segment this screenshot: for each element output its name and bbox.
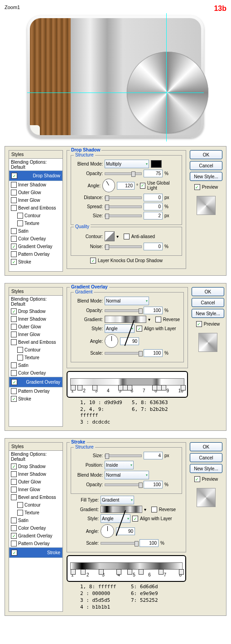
checkbox-icon[interactable] <box>17 355 23 361</box>
checkbox-icon[interactable] <box>11 244 17 249</box>
style-stroke[interactable]: Stroke <box>9 258 63 266</box>
size-input[interactable]: 2 <box>144 212 163 220</box>
style-texture[interactable]: Texture <box>9 509 63 517</box>
chevron-down-icon[interactable]: ▾ <box>144 507 146 512</box>
style-texture[interactable]: Texture <box>9 220 63 227</box>
preview-checkbox[interactable] <box>194 184 200 190</box>
cancel-button[interactable]: Cancel <box>190 453 222 462</box>
style-pattern-overlay[interactable]: Pattern Overlay <box>9 540 63 547</box>
checkbox-icon[interactable] <box>11 197 17 203</box>
checkbox-icon[interactable] <box>11 388 17 394</box>
checkbox-icon[interactable] <box>11 228 17 234</box>
style-color-overlay[interactable]: Color Overlay <box>9 369 63 377</box>
style-bevel[interactable]: Bevel and Emboss <box>9 204 63 212</box>
checkbox-icon[interactable] <box>17 510 23 516</box>
style-drop-shadow[interactable]: Drop Shadow <box>9 463 63 470</box>
checkbox-icon[interactable] <box>11 190 17 195</box>
spread-slider[interactable] <box>105 205 142 208</box>
opacity-input[interactable]: 100 <box>144 481 163 488</box>
checkbox-icon[interactable] <box>17 502 23 508</box>
angle-dial[interactable] <box>101 524 114 538</box>
reverse-checkbox[interactable] <box>151 507 157 512</box>
opacity-slider[interactable] <box>105 172 142 175</box>
color-stop[interactable] <box>139 569 144 575</box>
color-stop[interactable] <box>99 569 104 575</box>
angle-input[interactable]: 120 <box>117 182 135 190</box>
preview-checkbox[interactable] <box>196 321 202 327</box>
checkbox-icon[interactable] <box>11 316 17 322</box>
style-inner-glow[interactable]: Inner Glow <box>9 196 63 204</box>
style-texture[interactable]: Texture <box>9 354 63 361</box>
spread-input[interactable]: 0 <box>144 203 163 210</box>
style-inner-shadow[interactable]: Inner Shadow <box>9 181 63 189</box>
style-pattern-overlay[interactable]: Pattern Overlay <box>9 387 63 395</box>
checkbox-icon[interactable] <box>11 332 17 337</box>
style-gradient-overlay[interactable]: Gradient Overlay <box>9 532 63 540</box>
new-style-button[interactable]: New Style... <box>192 309 224 318</box>
size-slider[interactable] <box>105 454 142 457</box>
style-drop-shadow[interactable]: Drop Shadow <box>9 171 63 181</box>
antialias-checkbox[interactable] <box>124 234 130 239</box>
chevron-down-icon[interactable]: ▾ <box>148 317 150 322</box>
color-stop[interactable] <box>127 569 132 575</box>
style-gradient-overlay[interactable]: Gradient Overlay <box>9 243 63 250</box>
reverse-checkbox[interactable] <box>155 317 161 322</box>
checkbox-icon[interactable] <box>11 236 17 242</box>
blendmode-select[interactable]: Normal▾ <box>105 471 149 479</box>
filltype-select[interactable]: Gradient▾ <box>101 496 134 504</box>
checkbox-icon[interactable] <box>11 251 17 257</box>
style-stroke[interactable]: Stroke <box>9 547 63 558</box>
checkbox-icon[interactable] <box>11 494 17 500</box>
scale-input[interactable]: 100 <box>140 539 159 547</box>
contour-picker[interactable] <box>105 231 115 241</box>
checkbox-icon[interactable] <box>11 550 17 556</box>
checkbox-icon[interactable] <box>17 213 23 219</box>
color-stop[interactable] <box>179 569 184 575</box>
blending-options[interactable]: Blending Options: Default <box>9 159 63 171</box>
position-select[interactable]: Inside▾ <box>105 461 134 469</box>
checkbox-icon[interactable] <box>11 379 17 385</box>
ok-button[interactable]: OK <box>192 287 224 296</box>
checkbox-icon[interactable] <box>11 205 17 211</box>
checkbox-icon[interactable] <box>11 324 17 330</box>
size-input[interactable]: 4 <box>144 452 163 459</box>
distance-slider[interactable] <box>105 196 142 199</box>
scale-slider[interactable] <box>101 542 138 545</box>
style-contour[interactable]: Contour <box>9 346 63 354</box>
checkbox-icon[interactable] <box>11 370 17 376</box>
checkbox-icon[interactable] <box>11 525 17 531</box>
style-bevel[interactable]: Bevel and Emboss <box>9 338 63 346</box>
checkbox-icon[interactable] <box>11 517 17 523</box>
scale-input[interactable]: 100 <box>144 349 163 357</box>
checkbox-icon[interactable] <box>17 220 23 226</box>
ok-button[interactable]: OK <box>190 150 222 159</box>
opacity-slider[interactable] <box>105 309 142 312</box>
style-satin[interactable]: Satin <box>9 361 63 369</box>
style-outer-glow[interactable]: Outer Glow <box>9 189 63 196</box>
checkbox-icon[interactable] <box>11 479 17 485</box>
checkbox-icon[interactable] <box>11 541 17 546</box>
style-color-overlay[interactable]: Color Overlay <box>9 235 63 243</box>
style-drop-shadow[interactable]: Drop Shadow <box>9 307 63 315</box>
checkbox-icon[interactable] <box>11 308 17 314</box>
blending-options[interactable]: Blending Options: Default <box>9 451 63 463</box>
ok-button[interactable]: OK <box>190 442 222 451</box>
color-stop[interactable] <box>71 385 76 390</box>
style-satin[interactable]: Satin <box>9 227 63 235</box>
style-select[interactable]: Angle▾ <box>105 324 135 333</box>
checkbox-icon[interactable] <box>11 362 17 368</box>
color-stop[interactable] <box>71 569 76 575</box>
style-inner-glow[interactable]: Inner Glow <box>9 331 63 338</box>
checkbox-icon[interactable] <box>11 396 17 402</box>
color-stop[interactable] <box>159 569 164 575</box>
opacity-input[interactable]: 100 <box>144 307 163 314</box>
style-color-overlay[interactable]: Color Overlay <box>9 524 63 532</box>
checkbox-icon[interactable] <box>11 471 17 477</box>
color-stop[interactable] <box>77 385 82 390</box>
style-satin[interactable]: Satin <box>9 517 63 524</box>
style-stroke[interactable]: Stroke <box>9 395 63 403</box>
style-outer-glow[interactable]: Outer Glow <box>9 323 63 331</box>
checkbox-icon[interactable] <box>11 533 17 539</box>
global-light-checkbox[interactable] <box>140 183 145 189</box>
cancel-button[interactable]: Cancel <box>190 161 222 170</box>
